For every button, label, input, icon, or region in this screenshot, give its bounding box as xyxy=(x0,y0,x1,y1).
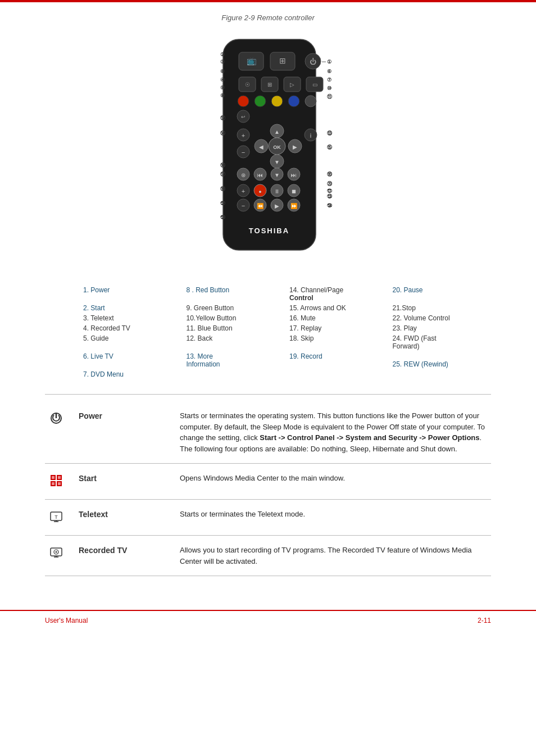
legend-section: 1. Power 2. Start 3. Teletext 4. Recorde… xyxy=(79,284,491,383)
svg-text:⑭: ⑭ xyxy=(220,130,226,136)
legend-item-3: 3. Teletext xyxy=(83,314,178,322)
svg-point-105 xyxy=(56,551,57,553)
svg-rect-97 xyxy=(52,482,54,485)
start-desc: Opens Windows Media Center to the main w… xyxy=(180,473,491,484)
legend-item-22: 22. Volume Control xyxy=(393,314,487,322)
legend-item-9: 9. Green Button xyxy=(187,304,281,312)
svg-text:⑥: ⑥ xyxy=(220,69,225,74)
legend-item-15: 15. Arrows and OK xyxy=(289,304,384,312)
legend-item-6: 6. Live TV xyxy=(83,352,178,360)
legend-item-5: 5. Guide xyxy=(83,334,178,342)
svg-text:◀: ◀ xyxy=(259,144,264,150)
legend-item-21: 21.Stop xyxy=(393,304,487,312)
svg-text:▼: ▼ xyxy=(274,172,280,178)
svg-text:㉑: ㉑ xyxy=(327,188,333,194)
svg-text:⑦: ⑦ xyxy=(327,77,331,83)
svg-text:📺: 📺 xyxy=(247,56,257,66)
legend-item-10: 10.Yellow Button xyxy=(187,314,281,322)
svg-text:㉔: ㉔ xyxy=(327,203,333,209)
recorded-tv-title: Recorded TV xyxy=(79,545,169,555)
svg-text:⑨: ⑨ xyxy=(220,85,225,90)
power-desc: Starts or terminates the operating syste… xyxy=(180,410,491,454)
svg-text:⏹: ⏹ xyxy=(291,188,297,194)
legend-item-2: 2. Start xyxy=(83,304,178,312)
legend-col-1: 1. Power 2. Start 3. Teletext 4. Recorde… xyxy=(79,284,182,383)
legend-item-1: 1. Power xyxy=(83,286,178,294)
legend-item-24: 24. FWD (FastForward) xyxy=(393,334,487,350)
svg-text:⑳: ⑳ xyxy=(327,181,333,187)
power-icon xyxy=(45,410,67,428)
svg-text:⑱: ⑱ xyxy=(327,171,333,177)
svg-text:⑬: ⑬ xyxy=(327,130,333,136)
svg-text:−: − xyxy=(242,149,245,156)
svg-rect-95 xyxy=(52,476,54,479)
feature-row-start: Start Opens Windows Media Center to the … xyxy=(45,464,491,500)
svg-text:i: i xyxy=(310,132,311,139)
legend-col-4: 20. Pause 21.Stop 22. Volume Control 23.… xyxy=(388,284,492,383)
figure-title: Figure 2-9 Remote controller xyxy=(45,13,491,22)
feature-section: Power Starts or terminates the operating… xyxy=(45,394,491,576)
legend-item-16: 16. Mute xyxy=(289,314,384,322)
svg-text:▼: ▼ xyxy=(274,159,280,165)
legend-item-19: 19. Record xyxy=(289,352,384,360)
recorded-tv-icon xyxy=(45,545,67,562)
svg-text:⏩: ⏩ xyxy=(290,202,298,210)
teletext-desc: Starts or terminates the Teletext mode. xyxy=(180,509,491,520)
svg-text:▶: ▶ xyxy=(275,203,279,209)
svg-text:⑥: ⑥ xyxy=(327,69,331,74)
teletext-icon: T xyxy=(45,509,67,526)
recorded-tv-desc: Allows you to start recording of TV prog… xyxy=(180,545,491,567)
svg-text:⏮: ⏮ xyxy=(257,172,263,178)
svg-text:⏻: ⏻ xyxy=(310,58,316,66)
legend-item-18: 18. Skip xyxy=(289,334,384,342)
feature-row-power: Power Starts or terminates the operating… xyxy=(45,401,491,464)
legend-col-2: 8 . Red Button 9. Green Button 10.Yellow… xyxy=(182,284,285,383)
start-icon xyxy=(45,473,67,490)
power-title: Power xyxy=(79,410,169,420)
svg-text:㉓: ㉓ xyxy=(327,193,333,200)
svg-text:③: ③ xyxy=(220,59,225,65)
svg-text:▷: ▷ xyxy=(290,82,294,88)
svg-text:⑮: ⑮ xyxy=(327,144,333,150)
legend-item-4: 4. Recorded TV xyxy=(83,324,178,332)
divider-top xyxy=(45,394,491,395)
svg-text:⑯: ⑯ xyxy=(220,162,226,168)
svg-point-15 xyxy=(238,96,249,107)
legend-item-12: 12. Back xyxy=(187,334,281,342)
legend-item-13: 13. MoreInformation xyxy=(187,352,281,368)
svg-rect-98 xyxy=(58,482,61,485)
footer-left: User's Manual xyxy=(45,617,88,624)
svg-text:②: ② xyxy=(220,52,225,57)
svg-text:⊛: ⊛ xyxy=(241,172,246,178)
legend-item-20: 20. Pause xyxy=(393,286,487,294)
legend-item-7: 7. DVD Menu xyxy=(83,370,178,378)
legend-col-3: 14. Channel/PageControl 15. Arrows and O… xyxy=(285,284,388,383)
svg-text:⑲: ⑲ xyxy=(220,186,226,192)
svg-text:●: ● xyxy=(258,189,261,194)
svg-text:⑪: ⑪ xyxy=(327,94,333,99)
svg-text:①: ① xyxy=(327,59,331,65)
svg-point-18 xyxy=(288,96,299,107)
svg-point-16 xyxy=(255,96,266,107)
svg-point-19 xyxy=(305,96,316,107)
svg-text:▲: ▲ xyxy=(274,129,280,135)
svg-text:⑫: ⑫ xyxy=(220,115,226,121)
svg-text:OK: OK xyxy=(273,144,281,150)
legend-item-11: 11. Blue Button xyxy=(187,324,281,332)
svg-text:⊞: ⊞ xyxy=(279,56,286,65)
svg-text:㉒: ㉒ xyxy=(220,201,226,206)
legend-table: 1. Power 2. Start 3. Teletext 4. Recorde… xyxy=(79,284,491,383)
svg-text:⑩: ⑩ xyxy=(327,85,331,91)
teletext-title: Teletext xyxy=(79,509,169,519)
svg-text:⊞: ⊞ xyxy=(267,82,272,88)
page-footer: User's Manual 2-11 xyxy=(0,610,536,630)
svg-text:−: − xyxy=(242,202,245,209)
legend-item-14: 14. Channel/PageControl xyxy=(289,286,384,302)
svg-text:④: ④ xyxy=(220,77,225,83)
legend-item-25: 25. REW (Rewind) xyxy=(393,360,487,368)
svg-text:⑰: ⑰ xyxy=(220,171,226,177)
svg-text:⏪: ⏪ xyxy=(257,202,264,210)
legend-item-17: 17. Replay xyxy=(289,324,384,332)
svg-text:☉: ☉ xyxy=(245,82,250,88)
footer-right: 2-11 xyxy=(478,617,491,624)
